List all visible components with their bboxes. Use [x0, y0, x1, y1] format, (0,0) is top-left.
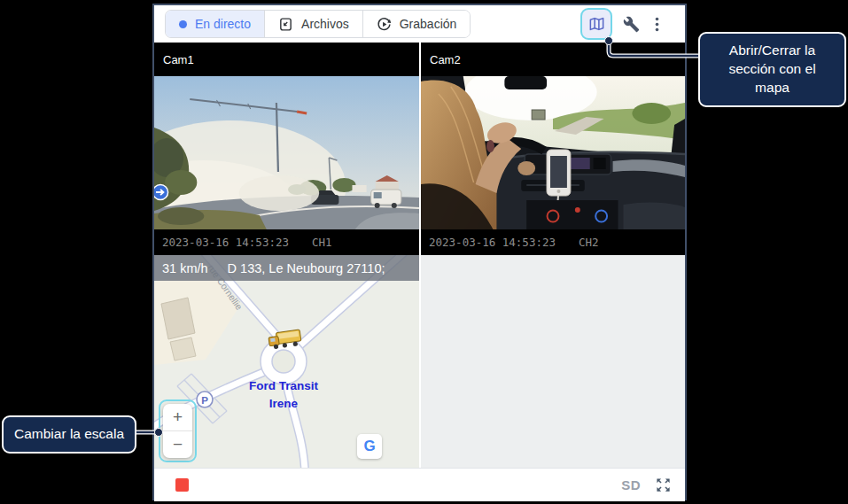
- fullscreen-button[interactable]: [655, 477, 672, 493]
- timestamp: 2023-03-16 14:53:23: [429, 236, 556, 249]
- speed-address-bar: 31 km/h D 133, Le Neubourg 27110;: [154, 255, 419, 281]
- more-menu-button[interactable]: [650, 16, 664, 33]
- callout-change-scale: Cambiar la escala: [2, 415, 136, 454]
- settings-wrench-button[interactable]: [623, 16, 640, 33]
- channel-label: CH1: [312, 236, 332, 249]
- camera-feed-1[interactable]: [154, 76, 419, 229]
- address-value: D 133, Le Neubourg 27110;: [228, 261, 385, 275]
- header-icons: [580, 8, 664, 40]
- camera-cell-1[interactable]: Cam1: [154, 43, 419, 255]
- tab-archivos[interactable]: Archivos: [265, 11, 363, 37]
- map-zoom-control: + −: [163, 404, 192, 458]
- zoom-out-button[interactable]: −: [163, 431, 192, 458]
- tab-label: Archivos: [301, 17, 349, 31]
- map-toggle-button[interactable]: [580, 8, 612, 40]
- stop-record-button[interactable]: [175, 478, 189, 492]
- tab-label: Grabación: [400, 17, 457, 31]
- empty-map-extension: [419, 255, 685, 468]
- driver-name-label: Irene: [269, 397, 299, 410]
- svg-text:P: P: [201, 395, 208, 406]
- camera-label: Cam1: [154, 43, 419, 76]
- playback-controls-bar: SD: [154, 468, 685, 501]
- wrench-icon: [623, 16, 640, 33]
- zoom-control-highlight: + −: [159, 399, 197, 462]
- google-logo[interactable]: G: [357, 434, 382, 459]
- map-icon: [587, 15, 606, 33]
- view-tabs: En directo Archivos: [165, 10, 471, 38]
- zoom-in-button[interactable]: +: [163, 404, 192, 430]
- camera-cell-2[interactable]: Cam2: [419, 43, 685, 255]
- sd-quality-badge: SD: [621, 477, 641, 492]
- playback-icon: [377, 17, 392, 32]
- channel-label: CH2: [579, 236, 599, 249]
- active-dot-icon: [179, 20, 187, 28]
- file-icon: [278, 17, 293, 32]
- camera-feed-2[interactable]: [421, 76, 685, 229]
- map-row: rue Cornellie P Ford Transit: [154, 255, 685, 468]
- kebab-menu-icon: [650, 16, 664, 33]
- callout-map-toggle: Abrir/Cerrar la sección con el mapa: [698, 32, 846, 107]
- speed-value: 31 km/h: [162, 261, 208, 275]
- tab-en-directo[interactable]: En directo: [166, 11, 265, 37]
- map-canvas[interactable]: rue Cornellie P Ford Transit: [154, 255, 419, 468]
- tab-grabacion[interactable]: Grabación: [363, 11, 471, 37]
- tab-label: En directo: [195, 17, 251, 31]
- video-grid: Cam1: [154, 43, 685, 255]
- player-panel: En directo Archivos: [152, 4, 687, 500]
- timestamp-bar: 2023-03-16 14:53:23 CH1: [154, 229, 419, 255]
- parking-icon: P: [197, 392, 213, 407]
- timestamp: 2023-03-16 14:53:23: [162, 236, 289, 249]
- vehicle-name-label: Ford Transit: [249, 379, 319, 392]
- timestamp-bar: 2023-03-16 14:53:23 CH2: [421, 229, 685, 255]
- header-toolbar: En directo Archivos: [154, 5, 685, 43]
- camera-label: Cam2: [421, 43, 685, 76]
